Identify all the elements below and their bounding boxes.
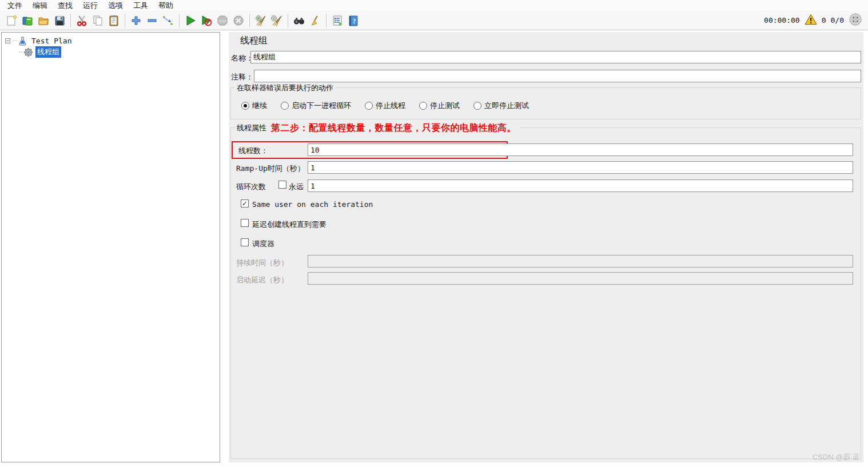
step-annotation: 第二步：配置线程数量，数量任意，只要你的电脑性能高。 xyxy=(268,122,520,134)
forever-checkbox[interactable] xyxy=(278,181,286,189)
help-icon: ? xyxy=(347,14,360,27)
same-user-checkbox[interactable]: ✓ xyxy=(241,199,249,207)
window-content: − ·· Test Plan ·· 线程组 线程组 名称： 注释： 在取样器错误… xyxy=(0,30,868,467)
stop-button[interactable]: STOP xyxy=(214,13,230,29)
warning-icon[interactable] xyxy=(805,14,817,27)
rampup-input[interactable] xyxy=(308,161,853,174)
cut-button[interactable] xyxy=(74,13,90,29)
clear-all-button[interactable] xyxy=(269,13,285,29)
radio-icon[interactable] xyxy=(365,102,373,110)
remove-icon xyxy=(146,14,158,27)
test-plan-icon xyxy=(18,36,27,46)
paste-button[interactable] xyxy=(106,13,122,29)
tree-label-test-plan[interactable]: Test Plan xyxy=(30,36,73,46)
menu-run[interactable]: 运行 xyxy=(78,0,103,12)
comment-label: 注释： xyxy=(231,72,253,82)
sampler-error-radio-row: 继续 启动下一进程循环 停止线程 停止测试 立即停止测试 xyxy=(241,101,543,111)
threads-input[interactable] xyxy=(308,143,853,156)
startup-delay-input xyxy=(308,272,853,285)
radio-continue-label: 继续 xyxy=(252,101,267,111)
duration-input xyxy=(308,255,853,268)
comment-input[interactable] xyxy=(254,70,861,82)
shutdown-button[interactable] xyxy=(230,13,246,29)
radio-icon[interactable] xyxy=(281,102,289,110)
sampler-error-action-legend: 在取样器错误后要执行的动作 xyxy=(234,83,336,93)
templates-button[interactable] xyxy=(19,13,35,29)
toolbar-separator xyxy=(179,14,180,27)
duration-label: 持续时间（秒） xyxy=(236,258,288,268)
rampup-label: Ramp-Up时间（秒）： xyxy=(236,163,312,174)
start-no-timers-button[interactable] xyxy=(198,13,214,29)
menu-options[interactable]: 选项 xyxy=(103,0,128,12)
search-button[interactable] xyxy=(291,13,307,29)
menu-bar: 文件 编辑 查找 运行 选项 工具 帮助 xyxy=(0,0,868,11)
thread-count: 0/0 xyxy=(831,16,844,25)
radio-selected-icon[interactable] xyxy=(241,102,249,110)
radio-stop-thread[interactable]: 停止线程 xyxy=(365,101,405,111)
function-helper-button[interactable] xyxy=(329,13,345,29)
radio-stop-thread-label: 停止线程 xyxy=(376,101,405,111)
thread-group-gear-icon xyxy=(23,47,33,57)
function-helper-icon xyxy=(331,14,344,27)
templates-icon xyxy=(21,14,34,27)
thread-properties-group: 线程属性 第二步：配置线程数量，数量任意，只要你的电脑性能高。 线程数： Ram… xyxy=(230,127,861,459)
tree-label-thread-group[interactable]: 线程组 xyxy=(35,46,61,58)
copy-button[interactable] xyxy=(90,13,106,29)
save-icon xyxy=(53,14,66,27)
toolbar-separator xyxy=(125,14,125,27)
open-button[interactable] xyxy=(35,13,51,29)
scheduler-label: 调度器 xyxy=(252,239,274,249)
help-button[interactable]: ? xyxy=(345,13,361,29)
start-button[interactable] xyxy=(182,13,198,29)
forever-label: 永远 xyxy=(289,182,304,192)
ramp-up-button[interactable] xyxy=(160,13,176,29)
paste-icon xyxy=(107,14,120,27)
page-title: 线程组 xyxy=(240,35,268,47)
tree-node-thread-group[interactable]: ·· 线程组 xyxy=(3,46,218,58)
remote-status-icon[interactable] xyxy=(849,13,862,28)
tree-connector: ·· xyxy=(18,49,22,55)
scheduler-checkbox[interactable] xyxy=(241,238,249,246)
radio-continue[interactable]: 继续 xyxy=(241,101,267,111)
clear-icon xyxy=(254,14,267,27)
collapse-handle-icon[interactable]: − xyxy=(5,38,10,43)
clear-search-broom-icon xyxy=(309,14,321,27)
tree-node-test-plan[interactable]: − ·· Test Plan xyxy=(3,35,218,46)
svg-text:STOP: STOP xyxy=(218,19,226,22)
toolbar-separator xyxy=(288,14,288,27)
delay-create-checkbox[interactable] xyxy=(241,219,249,227)
cut-icon xyxy=(75,14,88,27)
clear-all-icon xyxy=(270,14,283,27)
watermark: CSDN @蔚.蓝 xyxy=(813,452,860,462)
menu-search[interactable]: 查找 xyxy=(53,0,78,12)
menu-help[interactable]: 帮助 xyxy=(153,0,178,12)
name-input[interactable] xyxy=(250,51,861,63)
radio-start-next-loop[interactable]: 启动下一进程循环 xyxy=(281,101,351,111)
clear-search-button[interactable] xyxy=(307,13,323,29)
save-button[interactable] xyxy=(51,13,67,29)
toolbar-separator xyxy=(249,14,250,27)
loop-count-label: 循环次数 xyxy=(236,182,266,192)
add-button[interactable] xyxy=(128,13,144,29)
error-count: 0 xyxy=(822,16,826,25)
radio-start-next-loop-label: 启动下一进程循环 xyxy=(292,101,351,111)
elapsed-timer: 00:00:00 xyxy=(764,16,800,25)
thread-group-config-panel: 线程组 名称： 注释： 在取样器错误后要执行的动作 继续 启动下一进程循环 停止… xyxy=(229,32,863,462)
add-icon xyxy=(130,14,142,27)
clear-button[interactable] xyxy=(253,13,269,29)
startup-delay-label: 启动延迟（秒） xyxy=(236,275,288,285)
menu-file[interactable]: 文件 xyxy=(2,0,27,12)
toolbar-separator xyxy=(326,14,327,27)
toolbar: STOP ? 00:00:00 0 0/0 xyxy=(0,11,868,30)
radio-icon[interactable] xyxy=(419,102,427,110)
radio-stop-test[interactable]: 停止测试 xyxy=(419,101,460,111)
radio-stop-test-now[interactable]: 立即停止测试 xyxy=(473,101,529,111)
radio-stop-test-now-label: 立即停止测试 xyxy=(484,101,529,111)
shutdown-icon xyxy=(232,14,245,27)
loop-count-input[interactable] xyxy=(308,179,853,192)
new-file-button[interactable] xyxy=(3,13,19,29)
menu-tools[interactable]: 工具 xyxy=(128,0,153,12)
remove-button[interactable] xyxy=(144,13,160,29)
radio-icon[interactable] xyxy=(473,102,481,110)
menu-edit[interactable]: 编辑 xyxy=(27,0,53,12)
